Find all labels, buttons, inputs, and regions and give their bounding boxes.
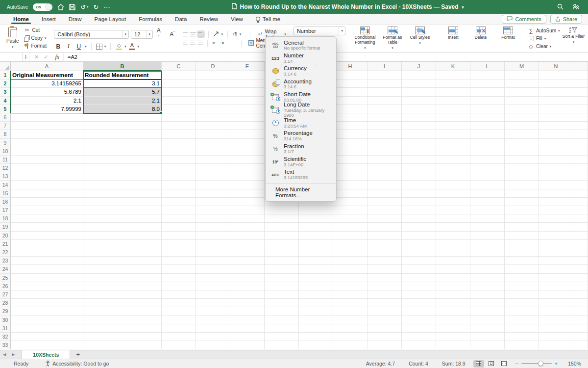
cell-D21[interactable] xyxy=(196,240,230,248)
cell-E5[interactable] xyxy=(230,105,265,113)
align-middle-button[interactable] xyxy=(190,31,196,37)
cell-D25[interactable] xyxy=(196,274,230,282)
cell-J3[interactable] xyxy=(402,88,436,96)
cell-M28[interactable] xyxy=(505,299,539,307)
cell[interactable] xyxy=(573,290,588,299)
cell-J6[interactable] xyxy=(402,113,436,122)
increase-indent-button[interactable]: ⇥ xyxy=(219,40,224,46)
cell-L21[interactable] xyxy=(470,240,505,248)
cell-A29[interactable] xyxy=(11,307,83,315)
format-option-general[interactable]: ABC123GeneralNo specific format xyxy=(266,39,336,52)
cell-C20[interactable] xyxy=(162,232,196,240)
cell-D14[interactable] xyxy=(196,181,230,189)
cell-M22[interactable] xyxy=(505,248,539,257)
cell-K18[interactable] xyxy=(436,214,470,223)
cell-styles-button[interactable]: ✎ Cell Styles▾ xyxy=(406,26,434,45)
row-header-31[interactable]: 31 xyxy=(0,324,11,333)
row-header-30[interactable]: 30 xyxy=(0,315,11,324)
cell-F28[interactable] xyxy=(265,299,299,307)
cell-B8[interactable] xyxy=(83,130,162,138)
cell-J29[interactable] xyxy=(402,307,436,315)
cell-E19[interactable] xyxy=(230,223,265,231)
fill-handle[interactable] xyxy=(160,111,163,114)
cell-N30[interactable] xyxy=(539,315,573,324)
cell-B10[interactable] xyxy=(83,147,162,156)
cell-H24[interactable] xyxy=(333,265,368,273)
cell-N27[interactable] xyxy=(539,290,573,299)
cell-B18[interactable] xyxy=(83,214,162,223)
cell-C23[interactable] xyxy=(162,257,196,265)
row-header-27[interactable]: 27 xyxy=(0,290,11,299)
row-header-15[interactable]: 15 xyxy=(0,189,11,198)
row-header-8[interactable]: 8 xyxy=(0,130,11,138)
cell-F30[interactable] xyxy=(265,315,299,324)
cell-I12[interactable] xyxy=(368,164,402,172)
cell-A13[interactable] xyxy=(11,172,83,181)
cell-E33[interactable] xyxy=(230,341,265,349)
name-box-stepper[interactable]: ▲▼ xyxy=(23,53,29,61)
cell-E11[interactable] xyxy=(230,156,265,164)
cell-M6[interactable] xyxy=(505,113,539,122)
cell-G33[interactable] xyxy=(299,341,333,349)
cell-L6[interactable] xyxy=(470,113,505,122)
cell-H7[interactable] xyxy=(333,122,368,130)
cell-M7[interactable] xyxy=(505,122,539,130)
cell-K31[interactable] xyxy=(436,324,470,333)
cell-N21[interactable] xyxy=(539,240,573,248)
cell-J33[interactable] xyxy=(402,341,436,349)
cell-H32[interactable] xyxy=(333,333,368,341)
cell-I7[interactable] xyxy=(368,122,402,130)
cell-C12[interactable] xyxy=(162,164,196,172)
cell-M19[interactable] xyxy=(505,223,539,231)
format-as-table-button[interactable]: ✎ Format as Table▾ xyxy=(379,26,406,50)
cell-G22[interactable] xyxy=(299,248,333,257)
cell[interactable] xyxy=(573,139,588,147)
cell-B15[interactable] xyxy=(83,189,162,198)
confirm-entry-icon[interactable]: ✓ xyxy=(44,54,53,60)
cell-I1[interactable] xyxy=(368,71,402,79)
cell-L29[interactable] xyxy=(470,307,505,315)
cell-H22[interactable] xyxy=(333,248,368,257)
cell-I15[interactable] xyxy=(368,189,402,198)
cell-L17[interactable] xyxy=(470,206,505,214)
format-option-long-date[interactable]: +Long DateTuesday, 3. January 1900 xyxy=(266,104,336,116)
cell-B28[interactable] xyxy=(83,299,162,307)
zoom-knob[interactable] xyxy=(538,361,543,366)
cell-L24[interactable] xyxy=(470,265,505,273)
cell-J30[interactable] xyxy=(402,315,436,324)
cell-C3[interactable] xyxy=(162,88,196,96)
cell-L27[interactable] xyxy=(470,290,505,299)
cell-C13[interactable] xyxy=(162,172,196,181)
cell-A17[interactable] xyxy=(11,206,83,214)
cell-J17[interactable] xyxy=(402,206,436,214)
cell-C4[interactable] xyxy=(162,97,196,105)
cell-E25[interactable] xyxy=(230,274,265,282)
cell-M20[interactable] xyxy=(505,232,539,240)
column-header-partial[interactable] xyxy=(573,62,588,71)
underline-button[interactable]: U xyxy=(74,43,83,50)
align-left-button[interactable] xyxy=(183,40,188,46)
cell-K6[interactable] xyxy=(436,113,470,122)
cell-A4[interactable]: 2.1 xyxy=(11,97,83,105)
align-right-button[interactable] xyxy=(197,40,203,46)
cell-B12[interactable] xyxy=(83,164,162,172)
cell-L33[interactable] xyxy=(470,341,505,349)
cell-L4[interactable] xyxy=(470,97,505,105)
cell-I26[interactable] xyxy=(368,282,402,290)
row-header-29[interactable]: 29 xyxy=(0,307,11,315)
cell-I8[interactable] xyxy=(368,130,402,138)
cell-M2[interactable] xyxy=(505,79,539,88)
cell-M18[interactable] xyxy=(505,214,539,223)
tab-formulas[interactable]: Formulas xyxy=(132,14,169,24)
next-sheet-icon[interactable]: ▶ xyxy=(9,350,18,359)
cell[interactable] xyxy=(573,181,588,189)
cell-A19[interactable] xyxy=(11,223,83,231)
sort-filter-button[interactable]: AZ Sort & Filter▾ xyxy=(560,26,588,44)
cell-H15[interactable] xyxy=(333,189,368,198)
cell-K17[interactable] xyxy=(436,206,470,214)
cell-B25[interactable] xyxy=(83,274,162,282)
insert-function-icon[interactable]: fx xyxy=(53,53,63,61)
cell-C15[interactable] xyxy=(162,189,196,198)
cell-J14[interactable] xyxy=(402,181,436,189)
redo-icon[interactable]: ↻ xyxy=(93,4,98,10)
